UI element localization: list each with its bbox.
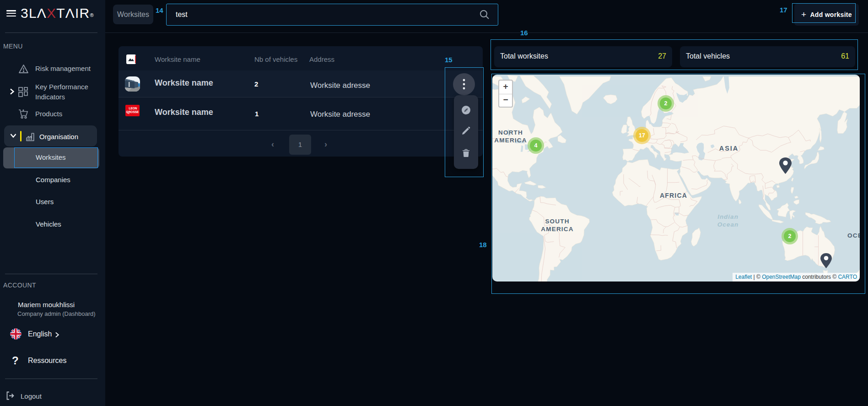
svg-text:GROSSE: GROSSE <box>126 110 139 114</box>
svg-text:LEON: LEON <box>129 107 137 110</box>
